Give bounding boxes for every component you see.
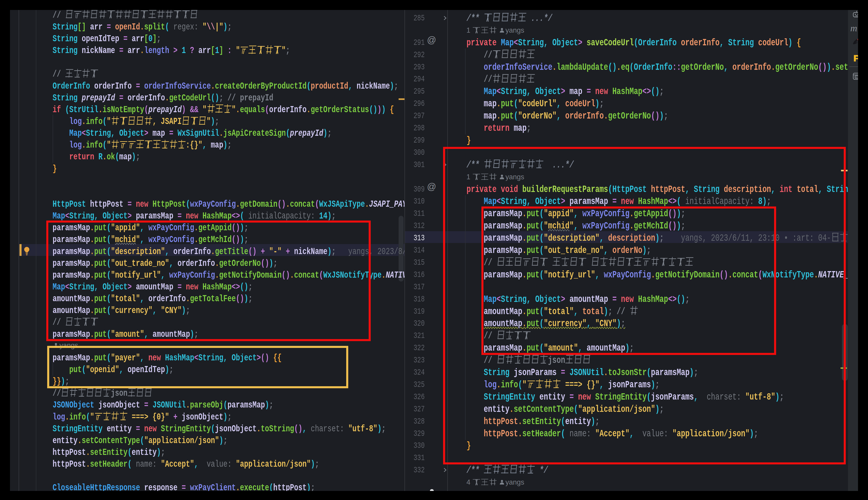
svg-text:A: A (856, 76, 858, 78)
